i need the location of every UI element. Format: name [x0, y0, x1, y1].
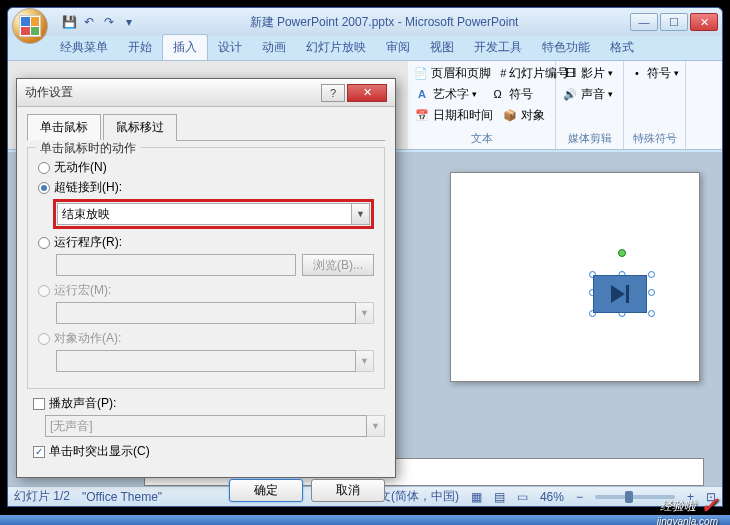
view-normal-icon[interactable]: ▦: [471, 490, 482, 504]
dialog-help-button[interactable]: ?: [321, 84, 345, 102]
slide-canvas[interactable]: [450, 172, 700, 382]
header-footer-button[interactable]: 页眉和页脚: [431, 65, 491, 82]
tab-slideshow[interactable]: 幻灯片放映: [296, 35, 376, 60]
tab-view[interactable]: 视图: [420, 35, 464, 60]
wordart-button[interactable]: 艺术字: [433, 86, 469, 103]
tab-design[interactable]: 设计: [208, 35, 252, 60]
quick-access-toolbar: 💾 ↶ ↷ ▾: [60, 13, 138, 31]
datetime-button[interactable]: 日期和时间: [433, 107, 493, 124]
zoom-level[interactable]: 46%: [540, 490, 564, 504]
label-highlight-click: 单击时突出显示(C): [49, 443, 150, 460]
resize-handle[interactable]: [648, 271, 655, 278]
save-icon[interactable]: 💾: [60, 13, 78, 31]
redo-icon[interactable]: ↷: [100, 13, 118, 31]
radio-hyperlink[interactable]: [38, 182, 50, 194]
action-button-shape[interactable]: [593, 275, 647, 313]
office-button[interactable]: [12, 8, 48, 44]
tab-mouse-over[interactable]: 鼠标移过: [103, 114, 177, 141]
ribbon-tabs: 经典菜单 开始 插入 设计 动画 幻灯片放映 审阅 视图 开发工具 特色功能 格…: [8, 36, 722, 60]
view-slideshow-icon[interactable]: ▭: [517, 490, 528, 504]
highlight-box: 结束放映 ▼: [53, 199, 374, 229]
checkbox-highlight-click[interactable]: ✓: [33, 446, 45, 458]
cancel-button[interactable]: 取消: [311, 479, 385, 502]
view-sorter-icon[interactable]: ▤: [494, 490, 505, 504]
browse-button[interactable]: 浏览(B)...: [302, 254, 374, 276]
sound-button[interactable]: 声音: [581, 86, 605, 103]
dialog-close-button[interactable]: ✕: [347, 84, 387, 102]
movie-button[interactable]: 影片: [581, 65, 605, 82]
radio-object-action: [38, 333, 50, 345]
selected-shape[interactable]: [593, 265, 651, 313]
watermark: 经验啦 ✓ jingyanla.com: [660, 493, 718, 519]
group-media-label: 媒体剪辑: [562, 130, 617, 147]
resize-handle[interactable]: [648, 310, 655, 317]
tab-insert[interactable]: 插入: [162, 34, 208, 60]
zoom-out-icon[interactable]: −: [576, 490, 583, 504]
label-object-action: 对象动作(A):: [54, 330, 121, 347]
hyperlink-combo[interactable]: 结束放映: [57, 203, 352, 225]
label-hyperlink: 超链接到(H):: [54, 179, 122, 196]
label-run-program: 运行程序(R):: [54, 234, 122, 251]
run-program-input: [56, 254, 296, 276]
label-run-macro: 运行宏(M):: [54, 282, 111, 299]
hyperlink-combo-dropdown[interactable]: ▼: [352, 203, 370, 225]
datetime-icon: 📅: [414, 107, 430, 123]
symbol-button[interactable]: 符号: [509, 86, 533, 103]
label-none: 无动作(N): [54, 159, 107, 176]
tab-home[interactable]: 开始: [118, 35, 162, 60]
symbol2-icon: •: [630, 65, 644, 81]
group-symbols-label: 特殊符号: [630, 130, 679, 147]
minimize-button[interactable]: —: [630, 13, 658, 31]
tab-features[interactable]: 特色功能: [532, 35, 600, 60]
symbol2-button[interactable]: 符号: [647, 65, 671, 82]
sound-combo-dropdown: ▼: [367, 415, 385, 437]
action-settings-dialog: 动作设置 ? ✕ 单击鼠标 鼠标移过 单击鼠标时的动作 无动作(N) 超链接到(…: [16, 78, 396, 478]
fieldset-legend: 单击鼠标时的动作: [36, 140, 140, 157]
watermark-url: jingyanla.com: [657, 516, 718, 525]
group-text-label: 文本: [414, 130, 549, 147]
ok-button[interactable]: 确定: [229, 479, 303, 502]
object-button[interactable]: 对象: [521, 107, 545, 124]
titlebar: 💾 ↶ ↷ ▾ 新建 PowerPoint 2007.pptx - Micros…: [8, 8, 722, 36]
tab-developer[interactable]: 开发工具: [464, 35, 532, 60]
slide-number-icon: #: [500, 65, 506, 81]
maximize-button[interactable]: ☐: [660, 13, 688, 31]
radio-run-macro: [38, 285, 50, 297]
resize-handle[interactable]: [648, 289, 655, 296]
header-footer-icon: 📄: [414, 65, 428, 81]
tab-mouse-click[interactable]: 单击鼠标: [27, 114, 101, 141]
checkbox-play-sound[interactable]: [33, 398, 45, 410]
close-button[interactable]: ✕: [690, 13, 718, 31]
label-play-sound: 播放声音(P):: [49, 395, 116, 412]
object-action-combo: [56, 350, 356, 372]
undo-icon[interactable]: ↶: [80, 13, 98, 31]
radio-none[interactable]: [38, 162, 50, 174]
movie-icon: 🎞: [562, 65, 578, 81]
rotation-handle[interactable]: [618, 249, 626, 257]
radio-run-program[interactable]: [38, 237, 50, 249]
macro-combo-dropdown: ▼: [356, 302, 374, 324]
watermark-text: 经验啦: [660, 498, 696, 515]
wordart-icon: A: [414, 86, 430, 102]
sound-combo: [无声音]: [45, 415, 367, 437]
tab-animation[interactable]: 动画: [252, 35, 296, 60]
window-title: 新建 PowerPoint 2007.pptx - Microsoft Powe…: [138, 14, 630, 31]
dialog-title: 动作设置: [25, 84, 321, 101]
tab-classic[interactable]: 经典菜单: [50, 35, 118, 60]
tab-review[interactable]: 审阅: [376, 35, 420, 60]
object-icon: 📦: [502, 107, 518, 123]
object-action-dropdown: ▼: [356, 350, 374, 372]
tab-format[interactable]: 格式: [600, 35, 644, 60]
sound-icon: 🔊: [562, 86, 578, 102]
qat-dropdown-icon[interactable]: ▾: [120, 13, 138, 31]
macro-combo: [56, 302, 356, 324]
symbol-icon: Ω: [490, 86, 506, 102]
dialog-titlebar[interactable]: 动作设置 ? ✕: [17, 79, 395, 107]
